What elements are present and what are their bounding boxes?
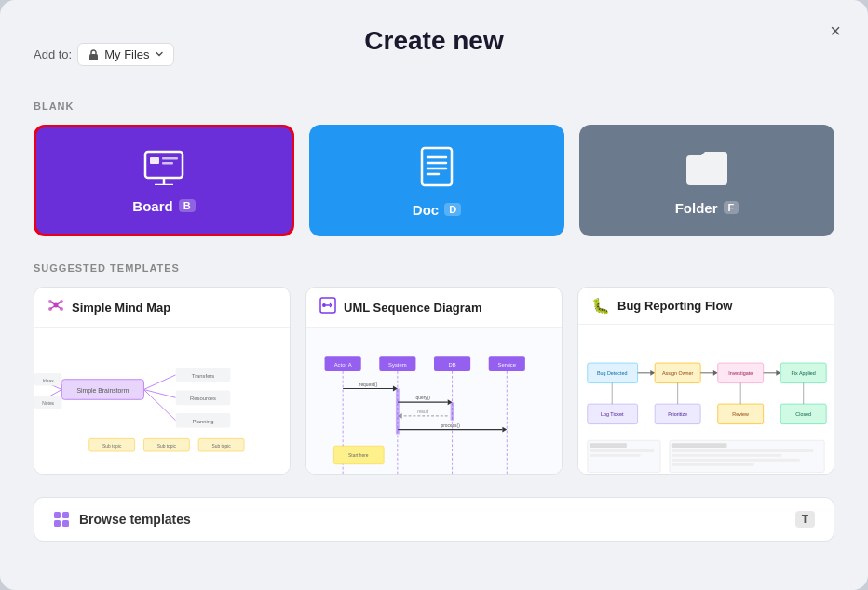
template-card-mind-map[interactable]: Simple Mind Map Simple Brainstorm [34,287,291,475]
doc-card-label: Doc D [413,202,461,218]
svg-text:Investigate: Investigate [728,370,753,376]
folder-shortcut: F [724,201,739,214]
svg-rect-106 [590,449,655,452]
template-card-header-mind-map: Simple Mind Map [34,288,290,328]
svg-rect-7 [422,148,452,185]
modal-title: Create new [364,26,503,56]
svg-rect-21 [34,347,290,474]
svg-rect-73 [396,389,400,435]
grid-icon [53,511,70,528]
svg-text:System: System [388,362,407,368]
svg-text:DB: DB [449,362,456,368]
doc-shortcut: D [444,203,461,216]
template-preview-mind-map: Simple Brainstorm Transfers Resources Pl… [34,328,290,475]
svg-text:Notes: Notes [42,401,54,406]
svg-text:Sub topic: Sub topic [157,444,177,449]
svg-rect-112 [672,459,800,462]
svg-point-46 [322,303,326,307]
svg-text:result: result [417,409,429,414]
template-card-header-uml: UML Sequence Diagram [306,288,562,328]
svg-rect-4 [150,157,159,164]
svg-text:Transfers: Transfers [192,373,215,379]
board-card-label: Board B [132,198,195,214]
template-preview-uml: Actor A System DB Service [306,328,562,475]
bug-icon: 🐛 [591,297,610,315]
lock-icon [88,48,100,60]
svg-text:Fix Applied: Fix Applied [792,370,816,376]
svg-text:Resources: Resources [190,396,216,401]
svg-rect-115 [62,512,69,518]
svg-rect-113 [672,463,754,466]
add-to-button[interactable]: My Files [77,43,173,66]
svg-text:query(): query() [416,396,431,400]
blank-card-board[interactable]: Board B [34,125,294,236]
uml-icon [319,297,336,317]
svg-text:Bug Detected: Bug Detected [597,370,628,376]
board-shortcut: B [179,199,196,212]
svg-text:Ideas: Ideas [43,379,54,383]
svg-text:request(): request() [359,382,378,387]
template-card-header-bug-flow: 🐛 Bug Reporting Flow [578,288,834,325]
svg-rect-111 [672,454,781,457]
svg-text:Actor A: Actor A [334,362,352,368]
svg-text:Sub topic: Sub topic [102,444,122,449]
svg-text:Assign Owner: Assign Owner [662,370,694,376]
create-new-modal: × Add to: My Files Create new BLANK [0,0,868,590]
folder-card-label: Folder F [675,200,739,216]
blank-section: BLANK Board B [34,101,834,236]
svg-text:Review: Review [732,411,749,417]
svg-rect-109 [672,443,727,448]
svg-rect-107 [590,454,641,457]
folder-icon [683,146,731,191]
browse-bar-left: Browse templates [53,511,191,528]
blank-card-doc[interactable]: Doc D [309,125,564,236]
svg-text:process(): process() [441,423,460,428]
svg-rect-6 [162,162,173,165]
doc-icon [418,144,455,193]
svg-rect-74 [451,402,454,421]
svg-rect-0 [89,54,98,60]
blank-cards: Board B Doc D [34,125,834,236]
templates-section-label: SUGGESTED TEMPLATES [34,262,834,274]
svg-rect-116 [54,520,61,527]
svg-text:Log Ticket: Log Ticket [601,411,624,417]
uml-title: UML Sequence Diagram [344,301,482,315]
templates-section: SUGGESTED TEMPLATES [34,262,834,475]
add-to-row: Add to: My Files [34,43,174,66]
svg-text:Simple Brainstorm: Simple Brainstorm [76,387,129,395]
svg-text:Start here: Start here [348,453,369,458]
svg-rect-1 [145,152,183,178]
template-card-uml[interactable]: UML Sequence Diagram Actor A System [305,287,563,475]
browse-shortcut: T [795,511,815,528]
template-cards: Simple Mind Map Simple Brainstorm [34,287,834,475]
template-card-bug-flow[interactable]: 🐛 Bug Reporting Flow Bug Detected [577,287,834,475]
svg-rect-110 [672,449,814,452]
location-label: My Files [104,47,149,61]
template-preview-bug-flow: Bug Detected Assign Owner Investigate [578,325,834,475]
blank-section-label: BLANK [34,101,834,112]
svg-rect-105 [590,443,627,448]
bug-flow-title: Bug Reporting Flow [617,299,732,313]
svg-text:Planning: Planning [193,419,214,424]
svg-rect-5 [162,157,178,160]
browse-templates-bar[interactable]: Browse templates T [34,497,834,542]
svg-rect-114 [54,512,61,518]
svg-text:Prioritize: Prioritize [668,411,687,417]
blank-card-folder[interactable]: Folder F [579,125,834,236]
mind-map-icon [47,297,64,317]
header-row: Add to: My Files Create new [34,26,834,82]
add-to-label: Add to: [34,47,72,61]
board-icon [142,148,186,189]
chevron-down-icon [155,49,164,59]
svg-text:Service: Service [498,362,517,368]
svg-rect-117 [62,520,69,527]
svg-text:Closed: Closed [795,411,811,417]
browse-templates-label: Browse templates [79,512,191,527]
mind-map-title: Simple Mind Map [72,301,170,315]
svg-text:Sub topic: Sub topic [211,444,231,449]
